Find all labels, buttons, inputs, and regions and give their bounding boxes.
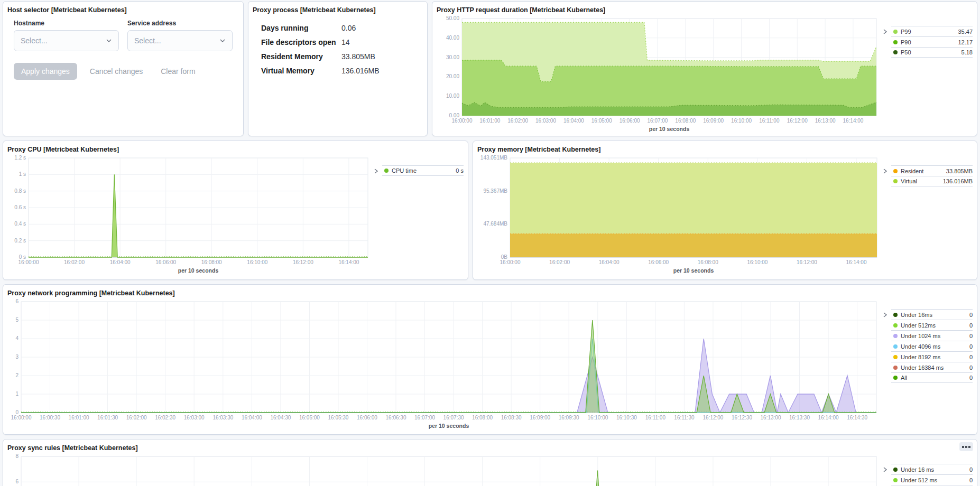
legend-item[interactable]: Under 16ms0	[891, 309, 973, 320]
legend-collapse-icon[interactable]	[882, 26, 891, 136]
legend-item[interactable]: Under 512ms0	[891, 320, 973, 330]
legend-item[interactable]: All0	[891, 372, 973, 383]
legend-item[interactable]: Under 512 ms0	[891, 474, 973, 485]
svg-text:16:07:00: 16:07:00	[648, 118, 668, 124]
svg-text:16:06:00: 16:06:00	[648, 259, 669, 265]
svg-text:16:10:00: 16:10:00	[731, 118, 752, 124]
network-chart-svg[interactable]: 654321016:00:0016:00:3016:01:0016:01:301…	[7, 297, 881, 431]
clear-form-button[interactable]: Clear form	[155, 63, 200, 80]
panel-title: Proxy memory [Metricbeat Kubernetes]	[477, 145, 973, 154]
hostname-label: Hostname	[14, 20, 119, 27]
legend-collapse-icon[interactable]	[882, 309, 891, 433]
svg-text:16:06:00: 16:06:00	[155, 259, 176, 265]
stat-label: Resident Memory	[261, 52, 341, 61]
apply-changes-button[interactable]: Apply changes	[14, 63, 77, 80]
legend-label: P99	[901, 29, 956, 35]
chevron-down-icon	[218, 36, 227, 45]
proxy-network-programming-chart[interactable]: 654321016:00:0016:00:3016:01:0016:01:301…	[7, 297, 882, 433]
proxy-memory-chart[interactable]: 143.051MB95.367MB47.684MB0B16:00:0016:02…	[477, 154, 882, 277]
legend-value: 136.016MB	[943, 178, 973, 184]
series-color-dot-icon	[893, 355, 898, 359]
svg-text:16:00:00: 16:00:00	[500, 259, 521, 265]
proxy-http-duration-panel: Proxy HTTP request duration [Metricbeat …	[432, 1, 977, 136]
svg-text:16:14:00: 16:14:00	[843, 118, 863, 124]
legend-value: 0	[969, 466, 973, 473]
legend-item[interactable]: CPU time0 s	[382, 165, 464, 176]
legend-label: Under 512 ms	[901, 477, 967, 483]
service-address-select[interactable]: Select...	[127, 30, 233, 51]
stat-value: 14	[341, 38, 350, 46]
legend-collapse-icon[interactable]	[882, 165, 891, 277]
svg-text:16:00:00: 16:00:00	[19, 259, 39, 265]
svg-text:per 10 seconds: per 10 seconds	[178, 267, 219, 274]
legend-label: Under 1024 ms	[901, 333, 967, 339]
legend-item[interactable]: Under 4096 ms0	[891, 341, 973, 351]
svg-text:16:05:00: 16:05:00	[591, 118, 612, 124]
http-duration-chart-svg[interactable]: 50.0040.0030.0020.0010.000.0016:00:0016:…	[437, 14, 881, 134]
series-color-dot-icon	[893, 478, 898, 482]
legend-collapse-icon[interactable]	[882, 464, 891, 486]
svg-text:16:03:00: 16:03:00	[184, 415, 205, 420]
svg-text:16:10:00: 16:10:00	[587, 415, 608, 420]
series-color-dot-icon	[893, 376, 898, 380]
legend-label: Under 16 ms	[901, 466, 967, 473]
svg-text:16:00:00: 16:00:00	[452, 118, 473, 124]
svg-text:16:14:00: 16:14:00	[338, 259, 359, 265]
svg-text:16:00:00: 16:00:00	[11, 415, 32, 420]
legend-value: 0	[969, 477, 973, 483]
proxy-http-duration-chart[interactable]: 50.0040.0030.0020.0010.000.0016:00:0016:…	[437, 14, 882, 136]
panel-title: Proxy sync rules [Metricbeat Kubernetes]	[7, 444, 973, 452]
legend-label: Under 4096 ms	[901, 343, 967, 350]
series-color-dot-icon	[893, 169, 898, 173]
legend-item[interactable]: Virtual136.016MB	[891, 176, 973, 186]
legend-label: P50	[901, 49, 959, 55]
legend-label: Under 16384 ms	[901, 364, 967, 371]
service-address-select-placeholder: Select...	[134, 36, 218, 45]
legend-value: 0	[969, 364, 973, 371]
series-color-dot-icon	[893, 40, 898, 44]
panel-title: Host selector [Metricbeat Kubernetes]	[7, 6, 239, 14]
legend-item[interactable]: Under 16 ms0	[891, 464, 973, 474]
legend-item[interactable]: P505.18	[891, 47, 973, 58]
svg-text:8: 8	[15, 453, 19, 459]
legend-value: 0	[969, 375, 973, 381]
svg-text:16:01:00: 16:01:00	[69, 415, 89, 420]
svg-text:16:04:00: 16:04:00	[599, 259, 620, 265]
hostname-select[interactable]: Select...	[14, 30, 119, 51]
memory-legend: Resident33.805MBVirtual136.016MB	[882, 154, 973, 277]
proxy-cpu-chart[interactable]: 1.2 s1 s0.8 s0.6 s0.4 s0.2 s0 s16:00:001…	[7, 154, 373, 277]
panel-title: Proxy HTTP request duration [Metricbeat …	[437, 6, 973, 14]
legend-item[interactable]: Under 16384 ms0	[891, 362, 973, 372]
sync-chart-svg[interactable]: 8642016:00:0016:01:0016:02:0016:03:0016:…	[7, 452, 881, 486]
series-color-dot-icon	[893, 344, 898, 349]
cpu-chart-svg[interactable]: 1.2 s1 s0.8 s0.6 s0.4 s0.2 s0 s16:00:001…	[7, 154, 372, 275]
legend-item[interactable]: Resident33.805MB	[891, 165, 973, 176]
proxy-sync-rules-chart[interactable]: 8642016:00:0016:01:0016:02:0016:03:0016:…	[7, 452, 882, 486]
legend-item[interactable]: Under 8192 ms0	[891, 351, 973, 362]
svg-text:16:09:00: 16:09:00	[530, 415, 550, 420]
svg-text:16:10:00: 16:10:00	[747, 259, 768, 265]
svg-text:16:03:30: 16:03:30	[212, 415, 233, 420]
svg-text:16:06:30: 16:06:30	[386, 415, 406, 420]
svg-text:20.00: 20.00	[446, 73, 459, 79]
stat-label: Days running	[261, 24, 341, 32]
series-color-dot-icon	[893, 468, 898, 472]
legend-item[interactable]: P9935.47	[891, 26, 973, 36]
legend-collapse-icon[interactable]	[373, 165, 382, 277]
svg-text:0.2 s: 0.2 s	[14, 238, 26, 244]
proxy-process-panel: Proxy process [Metricbeat Kubernetes] Da…	[248, 1, 428, 136]
svg-text:16:04:00: 16:04:00	[110, 259, 131, 265]
legend-value: 12.17	[958, 39, 973, 45]
cancel-changes-button[interactable]: Cancel changes	[85, 63, 148, 80]
host-selector-form: Hostname Select... Service address Selec…	[7, 14, 239, 80]
svg-text:16:08:30: 16:08:30	[501, 415, 522, 420]
legend-item[interactable]: Under 1024 ms0	[891, 330, 973, 341]
series-color-dot-icon	[893, 313, 898, 317]
panel-options-ellipsis-icon[interactable]	[959, 442, 973, 451]
legend-value: 35.47	[958, 29, 973, 35]
svg-text:95.367MB: 95.367MB	[483, 188, 507, 194]
svg-text:16:11:30: 16:11:30	[674, 415, 695, 420]
legend-item[interactable]: P9012.17	[891, 36, 973, 47]
svg-text:1.2 s: 1.2 s	[14, 155, 26, 161]
memory-chart-svg[interactable]: 143.051MB95.367MB47.684MB0B16:00:0016:02…	[477, 154, 881, 275]
